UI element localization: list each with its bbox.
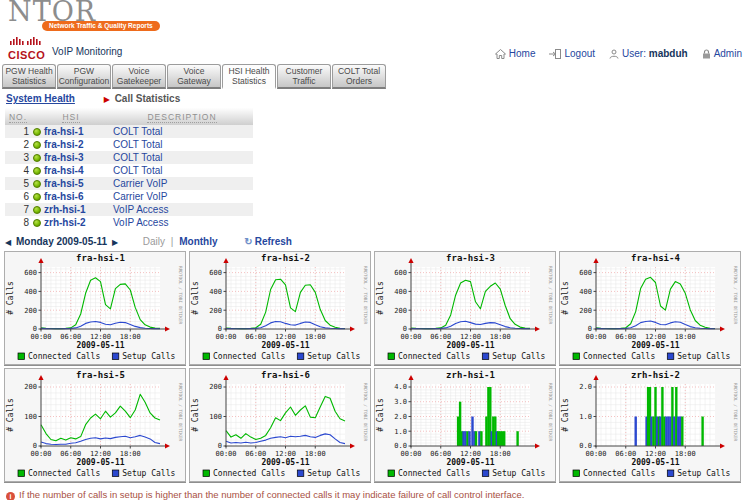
row-number: 4 [5,164,31,177]
chart-date-label: 2009-05-11 [76,458,124,467]
svg-text:400: 400 [209,288,222,296]
monthly-view-link[interactable]: Monthly [179,236,217,247]
svg-text:00:00: 00:00 [400,450,421,458]
chart-panel-fra-hsi-6: 00:0006:0012:0018:000100200fra-hsi-62009… [189,368,371,482]
hsi-link[interactable]: fra-hsi-5 [44,178,83,189]
svg-text:06:00: 06:00 [245,450,266,458]
chart-date-label: 2009-05-11 [261,341,309,350]
charts-grid: 00:0006:0012:0018:000200400600fra-hsi-12… [4,251,748,482]
chart-date-label: 2009-05-11 [446,341,494,350]
utility-logout[interactable]: Logout [549,48,595,61]
svg-text:0.0: 0.0 [579,442,592,450]
table-row: 2fra-hsi-2COLT Total [5,138,253,151]
hsi-link[interactable]: fra-hsi-3 [44,152,83,163]
row-number: 3 [5,151,31,164]
svg-text:0: 0 [218,442,222,450]
description-link[interactable]: VoIP Access [113,204,168,215]
hsi-link[interactable]: fra-hsi-4 [44,165,83,176]
tab-customer-traffic[interactable]: Customer Traffic [277,64,331,89]
svg-text:18:00: 18:00 [490,450,511,458]
rrdtool-watermark: RRDTOOL / TOBI OETIKER [363,266,368,325]
svg-text:400: 400 [579,288,592,296]
hsi-link[interactable]: fra-hsi-2 [44,139,83,150]
chart-title: fra-hsi-3 [446,253,495,263]
chart-image: 00:0006:0012:0018:000200400600fra-hsi-42… [560,252,740,364]
description-link[interactable]: COLT Total [113,165,162,176]
rrdtool-watermark: RRDTOOL / TOBI OETIKER [363,383,368,442]
svg-text:18:00: 18:00 [120,333,141,341]
legend-label: Setup Calls [492,469,545,478]
tab-hsi-health-statistics[interactable]: HSI Health Statistics [222,64,276,89]
svg-text:4.0: 4.0 [394,383,407,391]
hsi-link[interactable]: fra-hsi-1 [44,126,83,137]
legend-label: Setup Calls [492,352,545,361]
warning-row: iIf the number of calls in setup is high… [6,489,748,500]
legend-label: Setup Calls [122,352,175,361]
row-number: 7 [5,203,31,216]
chart-image: 00:0006:0012:0018:000200400600fra-hsi-22… [190,252,370,364]
utility-home[interactable]: Home [495,48,536,61]
breadcrumb-system-health-link[interactable]: System Health [6,93,75,104]
svg-text:00:00: 00:00 [585,333,606,341]
legend-swatch [482,353,489,360]
chart-title: zrh-hsi-1 [446,370,495,380]
tab-voice-gatekeeper[interactable]: Voice Gatekeeper [112,64,166,89]
tab-pgw-configuration[interactable]: PGW Configuration [57,64,111,89]
chart-date-label: 2009-05-11 [631,458,679,467]
legend-label: Connected Calls [28,469,100,478]
legend-swatch [18,470,25,477]
chart-title: zrh-hsi-2 [631,370,680,380]
description-link[interactable]: VoIP Access [113,217,168,228]
svg-text:600: 600 [394,269,407,277]
warning-icon: i [6,492,15,500]
tab-colt-total-orders[interactable]: COLT Total Orders [332,64,386,89]
description-link[interactable]: Carrier VoIP [113,191,167,202]
next-day-button[interactable]: ▶ [112,238,118,247]
daily-view-toggle[interactable]: Daily [143,236,165,247]
legend-swatch [388,353,395,360]
legend-swatch [297,470,304,477]
svg-text:06:00: 06:00 [615,333,636,341]
row-number: 8 [5,216,31,229]
legend-swatch [203,353,210,360]
status-dot-icon [33,193,41,201]
legend-swatch [203,470,210,477]
legend-label: Setup Calls [122,469,175,478]
utility-admin[interactable]: Admin [702,48,742,61]
legend-label: Setup Calls [677,469,730,478]
legend-label: Connected Calls [213,352,285,361]
breadcrumb-current: Call Statistics [115,93,181,104]
hsi-link[interactable]: fra-hsi-6 [44,191,83,202]
description-link[interactable]: COLT Total [113,126,162,137]
hsi-link[interactable]: zrh-hsi-2 [44,217,86,228]
description-link[interactable]: COLT Total [113,139,162,150]
legend-swatch [112,353,119,360]
current-date-label: Monday 2009-05-11 [16,236,107,247]
page-header: NTQR Network Traffic & Quality Reports C… [0,0,748,64]
breadcrumb-arrow-icon: ▶ [104,95,110,104]
tab-pgw-health-statistics[interactable]: PGW Health Statistics [2,64,56,89]
refresh-icon: ↻ [244,236,252,247]
hsi-link[interactable]: zrh-hsi-1 [44,204,86,215]
y-axis-label: # Calls [191,398,200,432]
prev-day-button[interactable]: ◀ [5,238,11,247]
legend-swatch [573,470,580,477]
y-axis-label: # Calls [6,398,15,432]
svg-text:200: 200 [579,307,592,315]
svg-text:100: 100 [209,413,222,421]
utility-user[interactable]: User: mabduh [609,48,688,61]
svg-text:3.0: 3.0 [394,398,407,406]
user-icon [609,49,619,61]
tab-voice-gateway[interactable]: Voice Gateway [167,64,221,89]
rrdtool-watermark: RRDTOOL / TOBI OETIKER [733,266,738,325]
home-icon [495,49,506,61]
svg-text:00:00: 00:00 [400,333,421,341]
y-axis-label: # Calls [561,398,570,432]
status-dot-icon [33,167,41,175]
description-link[interactable]: COLT Total [113,152,162,163]
description-link[interactable]: Carrier VoIP [113,178,167,189]
view-separator: | [171,236,174,247]
table-row: 8zrh-hsi-2VoIP Access [5,216,253,229]
refresh-button[interactable]: ↻Refresh [244,236,292,247]
chart-panel-fra-hsi-2: 00:0006:0012:0018:000200400600fra-hsi-22… [189,251,371,365]
